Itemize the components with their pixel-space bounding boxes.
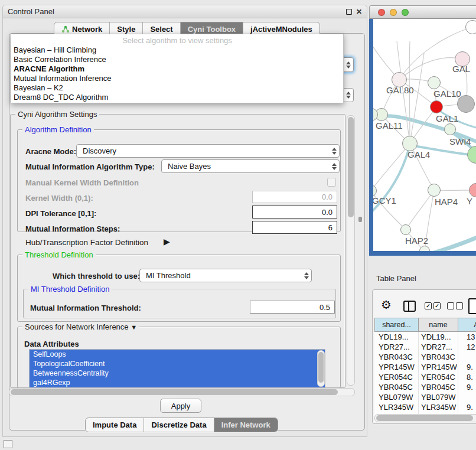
network-node-label: GAL11	[376, 120, 403, 131]
settings-vertical-scrollbar[interactable]	[347, 115, 355, 386]
manual-kernel-checkbox[interactable]	[327, 178, 336, 187]
aracne-mode-value: Discovery	[83, 146, 116, 155]
algorithm-definition-title: Algorithm Definition	[22, 125, 94, 134]
dpi-tolerance-field[interactable]: 0.0	[252, 206, 337, 219]
table-row[interactable]: YPR145W YPR145W 9.	[374, 362, 476, 372]
hub-section-label: Hub/Transcription Factor Definition	[25, 238, 148, 247]
control-panel-title: Control Panel	[8, 7, 54, 16]
unchecked-box-icon	[456, 302, 463, 309]
combo-stepper-icon	[301, 272, 309, 279]
tab-impute-data[interactable]: Impute Data	[86, 418, 144, 432]
table-row[interactable]: YLR345W YLR345W 9.	[374, 402, 476, 412]
aracne-mode-combo[interactable]: Discovery	[76, 144, 340, 158]
settings-horizontal-scrollbar[interactable]	[9, 388, 355, 396]
table-row[interactable]: YBR045C YBR045C 9.	[374, 382, 476, 392]
unchecked-box-icon	[447, 302, 454, 309]
split-pane-grip[interactable]	[358, 217, 362, 222]
mi-steps-label: Mutual Information Steps:	[25, 224, 120, 233]
close-panel-icon[interactable]: ✕	[356, 8, 362, 15]
popup-item-bayesian-hill-climbing[interactable]: Bayesian – Hill Climbing	[14, 45, 96, 55]
network-node-gal1[interactable]	[430, 100, 443, 113]
network-node-label: SWI4	[449, 136, 471, 146]
minimize-traffic-light[interactable]	[390, 9, 397, 16]
float-window-icon[interactable]	[346, 9, 352, 15]
popup-item-aracne[interactable]: ARACNE Algorithm	[14, 64, 84, 74]
column-header-shared-name[interactable]: shared...	[374, 318, 419, 332]
mi-steps-field[interactable]: 6	[252, 221, 337, 234]
network-node-hap4[interactable]	[428, 184, 441, 197]
checked-box-icon: ✓	[425, 302, 432, 309]
tab-discretize-data[interactable]: Discretize Data	[144, 418, 213, 432]
network-node-swi4[interactable]	[444, 123, 456, 135]
network-node-label: GAL	[452, 64, 470, 74]
table-row[interactable]: YDL19... YDL19... 13	[374, 332, 476, 342]
network-node-label: HAP2	[405, 236, 428, 246]
mi-type-combo[interactable]: Naive Bayes	[161, 159, 340, 173]
list-vertical-scrollbar[interactable]	[317, 350, 325, 387]
select-all-columns-icon[interactable]: ✓ ✓	[425, 302, 441, 309]
mi-threshold-label: Mutual Information Threshold:	[30, 304, 141, 312]
table-row[interactable]: YER054C YER054C 8.	[374, 372, 476, 382]
column-header-name[interactable]: name	[419, 318, 458, 332]
column-header-partial[interactable]: A	[458, 318, 476, 332]
expand-arrow-icon[interactable]: ▼	[131, 324, 137, 331]
screenshot-root: Control Panel ✕ Network Style Selec	[0, 0, 476, 450]
zoom-traffic-light[interactable]	[402, 9, 409, 16]
table-settings-gear-icon[interactable]: ⚙	[381, 299, 392, 311]
close-traffic-light[interactable]	[378, 9, 385, 16]
which-threshold-combo[interactable]: MI Threshold	[139, 269, 312, 282]
list-item[interactable]: gal4RGexp	[30, 378, 325, 387]
network-window-titlebar[interactable]	[369, 5, 476, 19]
table-function-icon[interactable]	[468, 298, 476, 314]
popup-item-mutual-information[interactable]: Mutual Information Inference	[14, 74, 111, 83]
data-attributes-list[interactable]: SelfLoops TopologicalCoefficient Between…	[29, 349, 325, 388]
table-row[interactable]: YBR043C YBR043C	[374, 352, 476, 362]
network-node[interactable]	[457, 95, 475, 113]
column-layout-icon[interactable]	[403, 301, 416, 312]
network-node-gal10[interactable]	[428, 76, 441, 89]
table-body: YDL19... YDL19... 13 YDR27... YDR27... 1…	[374, 332, 476, 422]
scrollbar-thumb[interactable]	[11, 389, 338, 395]
popup-item-dream8[interactable]: Dream8 DC_TDC Algorithm	[14, 93, 108, 102]
table-panel: ⚙ ✓ ✓ shared... name A YDL19... YDL19...…	[372, 289, 476, 424]
algorithm-dropdown-popup: Select algorithm to view settings Bayesi…	[11, 34, 344, 103]
network-view-window: GALGAL80GAL10GAL1GAL11GAL4SWI4GCY1HAP4YH…	[369, 5, 476, 256]
table-header-row: shared... name A	[374, 318, 476, 332]
table-horizontal-scrollbar[interactable]	[374, 414, 476, 422]
threshold-definition-title: Threshold Definition	[22, 250, 96, 259]
popup-hint: Select algorithm to view settings	[11, 36, 343, 45]
mi-type-label: Mutual Information Algorithm Type:	[25, 162, 155, 171]
popup-item-basic-correlation[interactable]: Basic Correlation Inference	[14, 55, 106, 64]
mi-type-value: Naive Bayes	[168, 162, 211, 171]
network-node-hap2[interactable]	[400, 224, 411, 235]
dpi-tolerance-label: DPI Tolerance [0,1]:	[25, 209, 96, 218]
network-node-label: Y	[467, 196, 472, 206]
network-node[interactable]	[465, 20, 476, 34]
manual-kernel-label: Manual Kernel Width Definition	[25, 178, 139, 187]
combo-stepper-icon	[343, 61, 351, 69]
which-threshold-value: MI Threshold	[146, 271, 191, 280]
collapse-arrow-icon[interactable]: ▶	[164, 237, 170, 246]
list-item[interactable]: TopologicalCoefficient	[30, 359, 325, 369]
network-node-label: GAL1	[436, 113, 458, 123]
combo-stepper-icon	[343, 92, 351, 99]
list-item[interactable]: BetweennessCentrality	[30, 369, 325, 378]
scrollbar-thumb[interactable]	[376, 415, 473, 421]
scrollbar-thumb[interactable]	[318, 352, 324, 383]
tab-infer-network[interactable]: Infer Network	[214, 418, 278, 432]
kernel-width-label: Kernel Width (0,1):	[25, 194, 93, 203]
network-canvas[interactable]: GALGAL80GAL10GAL1GAL11GAL4SWI4GCY1HAP4YH…	[373, 19, 476, 251]
popup-item-bayesian-k2[interactable]: Bayesian – K2	[14, 83, 63, 93]
scrollbar-thumb[interactable]	[348, 117, 354, 217]
kernel-width-field[interactable]: 0.0	[252, 191, 337, 203]
deselect-all-columns-icon[interactable]	[447, 302, 463, 309]
mi-threshold-field[interactable]: 0.5	[250, 301, 335, 314]
docked-panel-icon[interactable]	[4, 440, 12, 448]
control-panel-titlebar: Control Panel ✕	[3, 5, 367, 18]
table-row[interactable]: YDR27... YDR27... 12	[374, 342, 476, 352]
apply-button[interactable]: Apply	[160, 399, 201, 413]
list-item[interactable]: SelfLoops	[30, 350, 325, 359]
bottom-tabs: Impute Data Discretize Data Infer Networ…	[85, 418, 278, 432]
network-icon	[61, 25, 70, 33]
table-row[interactable]: YBL079W YBL079W	[374, 392, 476, 402]
